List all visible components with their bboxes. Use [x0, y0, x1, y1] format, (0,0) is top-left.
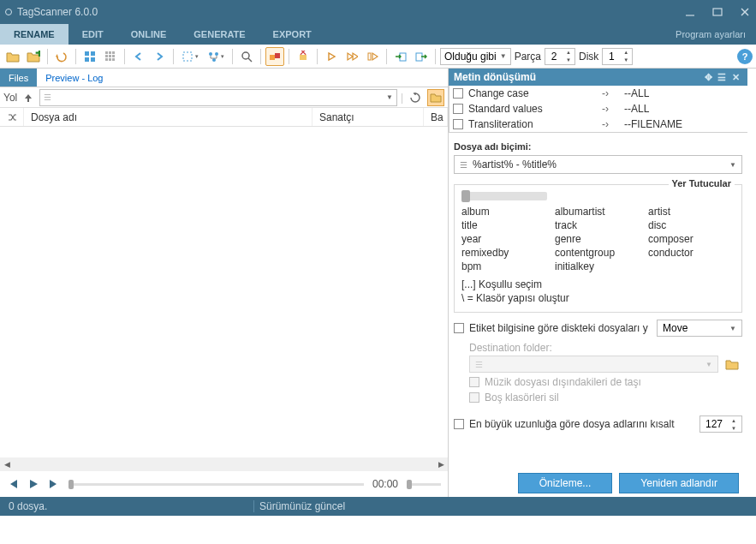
- panel-list-icon[interactable]: ☰: [715, 72, 729, 83]
- ph-item[interactable]: disc: [648, 219, 735, 231]
- path-label: Yol: [3, 92, 17, 104]
- play-next-icon[interactable]: [342, 47, 361, 66]
- artist-column[interactable]: Sanatçı: [313, 108, 424, 126]
- chevron-down-icon[interactable]: ▼: [386, 93, 393, 101]
- rename-button[interactable]: Yeniden adlandır: [619, 473, 739, 493]
- svg-point-19: [209, 52, 212, 56]
- undo-icon[interactable]: [52, 47, 71, 66]
- player-prev-icon[interactable]: [7, 478, 19, 490]
- preview-log-tab[interactable]: Preview - Log: [37, 69, 111, 87]
- reorganize-checkbox[interactable]: [454, 323, 464, 333]
- spin-down-icon[interactable]: ▼: [728, 424, 740, 432]
- placeholders-slider[interactable]: [461, 192, 547, 200]
- ph-item[interactable]: albumartist: [555, 206, 641, 218]
- view-large-icon[interactable]: [80, 47, 99, 66]
- ph-item[interactable]: initialkey: [555, 260, 641, 272]
- browse-folder-icon[interactable]: [427, 89, 444, 106]
- select-all-icon[interactable]: ▾: [178, 47, 202, 66]
- ph-item[interactable]: artist: [648, 206, 735, 218]
- list-icon: ☰: [460, 160, 467, 170]
- ph-item[interactable]: album: [461, 206, 548, 218]
- import-icon[interactable]: [391, 47, 410, 66]
- search-icon[interactable]: [237, 47, 256, 66]
- filename-column[interactable]: Dosya adı: [24, 108, 313, 126]
- shuffle-column-icon[interactable]: [0, 108, 24, 126]
- refresh-icon[interactable]: [407, 89, 424, 106]
- ph-item[interactable]: conductor: [648, 247, 735, 259]
- transform-checkbox[interactable]: [453, 119, 463, 129]
- disk-spinner[interactable]: ▲▼: [602, 48, 633, 65]
- arrow-left-icon[interactable]: [129, 47, 148, 66]
- program-settings-link[interactable]: Program ayarları: [676, 29, 746, 39]
- tab-online[interactable]: ONLINE: [117, 24, 181, 45]
- play-icon[interactable]: [322, 47, 341, 66]
- player-seek-slider[interactable]: [68, 483, 364, 486]
- arrow-right-icon[interactable]: [150, 47, 169, 66]
- open-folder-icon[interactable]: [3, 47, 22, 66]
- new-folder-icon[interactable]: ✚: [24, 47, 43, 66]
- spin-up-icon[interactable]: ▲: [620, 49, 632, 57]
- transform-checkbox[interactable]: [453, 104, 463, 114]
- delete-empty-label: Boş klasörleri sil: [485, 392, 559, 404]
- player-volume-slider[interactable]: [407, 483, 441, 486]
- help-icon[interactable]: ?: [737, 49, 753, 64]
- files-tab[interactable]: Files: [0, 69, 37, 87]
- svg-rect-10: [109, 51, 111, 54]
- ph-item[interactable]: year: [461, 233, 548, 245]
- panel-close-icon[interactable]: ✕: [729, 72, 742, 83]
- ph-item[interactable]: bpm: [461, 260, 548, 272]
- sort-label: Olduğu gibi: [444, 51, 497, 63]
- svg-rect-9: [105, 51, 108, 54]
- parca-spinner[interactable]: ▲▼: [545, 48, 575, 65]
- parca-input[interactable]: [545, 51, 563, 63]
- close-button[interactable]: [739, 6, 751, 18]
- scroll-right-icon[interactable]: ▶: [434, 457, 448, 471]
- player-next-icon[interactable]: [48, 478, 60, 490]
- tab-edit[interactable]: EDIT: [68, 24, 117, 45]
- path-combo[interactable]: ☰ ▼: [39, 89, 397, 106]
- chevron-down-icon[interactable]: ▼: [729, 161, 736, 169]
- tree-icon[interactable]: ▾: [204, 47, 228, 66]
- spin-up-icon[interactable]: ▲: [728, 416, 740, 424]
- ph-item[interactable]: contentgroup: [555, 247, 641, 259]
- maximize-button[interactable]: [711, 6, 723, 18]
- ph-item[interactable]: composer: [648, 233, 735, 245]
- truncate-label: En büyük uzunluğa göre dosya adlarını kı…: [469, 418, 674, 430]
- ph-item[interactable]: track: [555, 219, 641, 231]
- minimize-button[interactable]: [684, 6, 696, 18]
- truncate-checkbox[interactable]: [454, 419, 464, 429]
- ph-item[interactable]: title: [461, 219, 548, 231]
- transform-checkbox[interactable]: [453, 88, 463, 99]
- tab-export[interactable]: EXPORT: [259, 24, 325, 45]
- panel-move-icon[interactable]: ✥: [701, 72, 715, 83]
- spin-down-icon[interactable]: ▼: [563, 57, 574, 64]
- ph-item[interactable]: genre: [555, 233, 641, 245]
- ph-item[interactable]: remixedby: [461, 247, 548, 259]
- horizontal-scrollbar[interactable]: ◀ ▶: [0, 457, 448, 471]
- destination-browse-icon[interactable]: [722, 356, 742, 373]
- delete-empty-checkbox: [469, 392, 479, 403]
- tab-rename[interactable]: RENAME: [0, 24, 68, 45]
- ba-column[interactable]: Ba: [424, 108, 448, 126]
- tag-icon[interactable]: [265, 47, 284, 66]
- disk-input[interactable]: [603, 51, 620, 63]
- view-small-icon[interactable]: [101, 47, 120, 66]
- delete-tag-icon[interactable]: ✕: [294, 47, 313, 66]
- reorganize-mode-combo[interactable]: Move ▼: [657, 320, 742, 337]
- filename-format-combo[interactable]: ☰ %artist% - %title% ▼: [454, 155, 742, 174]
- spin-up-icon[interactable]: ▲: [563, 49, 574, 57]
- truncate-input[interactable]: [700, 418, 728, 430]
- export-icon[interactable]: [412, 47, 431, 66]
- ph-item[interactable]: [648, 260, 735, 272]
- placeholders-box: Yer Tutucular album albumartist artist t…: [454, 184, 742, 313]
- player-play-icon[interactable]: [27, 478, 39, 490]
- svg-text:✕: ✕: [299, 51, 307, 58]
- folder-up-icon[interactable]: [21, 90, 36, 105]
- preview-button[interactable]: Önizleme...: [518, 473, 613, 493]
- scroll-left-icon[interactable]: ◀: [0, 457, 14, 471]
- truncate-spinner[interactable]: ▲▼: [699, 415, 742, 433]
- tab-generate[interactable]: GENERATE: [180, 24, 259, 45]
- sort-combo[interactable]: Olduğu gibi ▼: [440, 48, 511, 65]
- play-all-icon[interactable]: [363, 47, 382, 66]
- spin-down-icon[interactable]: ▼: [620, 57, 632, 64]
